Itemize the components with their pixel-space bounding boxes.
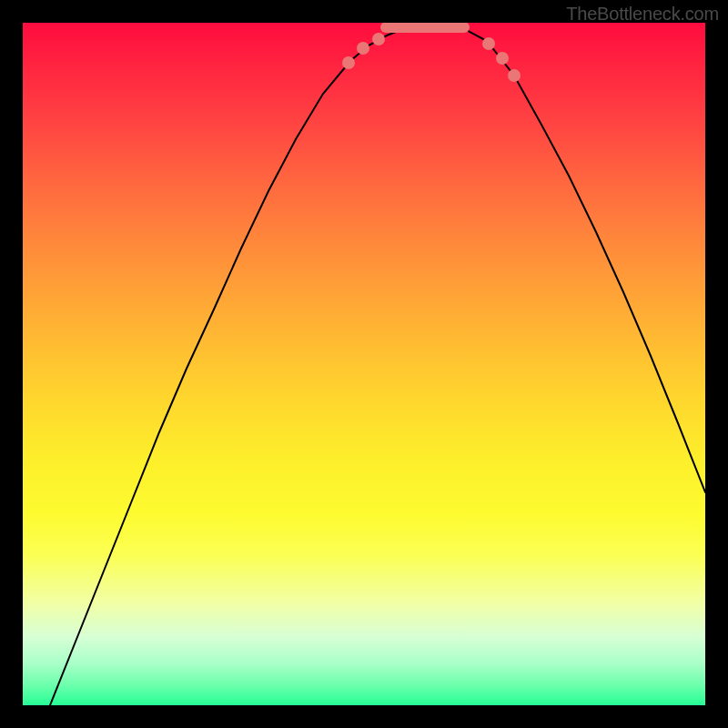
left-marker-3 bbox=[372, 33, 385, 46]
bottleneck-curve bbox=[50, 25, 705, 705]
right-marker-1 bbox=[482, 37, 495, 50]
right-marker-3 bbox=[508, 69, 521, 82]
watermark-text: TheBottleneck.com bbox=[566, 4, 719, 25]
left-marker-1 bbox=[342, 56, 355, 69]
right-marker-2 bbox=[496, 52, 509, 65]
plot-area bbox=[23, 23, 705, 705]
left-marker-2 bbox=[357, 42, 369, 55]
chart-frame: TheBottleneck.com bbox=[0, 0, 728, 728]
curve-svg bbox=[23, 23, 705, 705]
markers-group bbox=[342, 33, 521, 82]
